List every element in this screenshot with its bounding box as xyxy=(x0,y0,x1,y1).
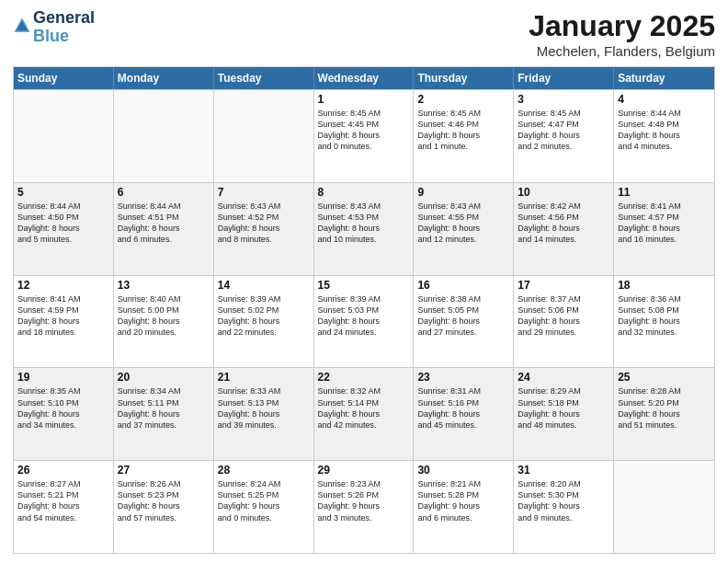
day-number: 9 xyxy=(417,186,509,199)
day-info: Sunrise: 8:41 AM Sunset: 4:59 PM Dayligh… xyxy=(17,293,109,339)
calendar-cell: 1Sunrise: 8:45 AM Sunset: 4:45 PM Daylig… xyxy=(314,90,415,182)
day-number: 20 xyxy=(118,371,210,384)
day-info: Sunrise: 8:27 AM Sunset: 5:21 PM Dayligh… xyxy=(17,478,109,523)
title-block: January 2025 Mechelen, Flanders, Belgium xyxy=(529,9,715,59)
day-info: Sunrise: 8:31 AM Sunset: 5:16 PM Dayligh… xyxy=(417,385,509,431)
calendar-cell: 31Sunrise: 8:20 AM Sunset: 5:30 PM Dayli… xyxy=(514,461,614,553)
calendar-cell: 11Sunrise: 8:41 AM Sunset: 4:57 PM Dayli… xyxy=(614,183,714,275)
calendar-cell: 17Sunrise: 8:37 AM Sunset: 5:06 PM Dayli… xyxy=(514,276,614,368)
calendar-week-2: 5Sunrise: 8:44 AM Sunset: 4:50 PM Daylig… xyxy=(14,182,714,275)
calendar-cell: 13Sunrise: 8:40 AM Sunset: 5:00 PM Dayli… xyxy=(114,276,214,368)
day-number: 25 xyxy=(618,371,711,384)
day-info: Sunrise: 8:36 AM Sunset: 5:08 PM Dayligh… xyxy=(618,293,711,339)
day-number: 4 xyxy=(618,93,711,106)
day-number: 12 xyxy=(17,279,109,292)
calendar-cell: 5Sunrise: 8:44 AM Sunset: 4:50 PM Daylig… xyxy=(14,183,114,275)
day-number: 19 xyxy=(17,371,109,384)
day-header-saturday: Saturday xyxy=(614,67,714,89)
day-info: Sunrise: 8:42 AM Sunset: 4:56 PM Dayligh… xyxy=(518,201,609,246)
day-info: Sunrise: 8:44 AM Sunset: 4:51 PM Dayligh… xyxy=(118,201,210,246)
location-subtitle: Mechelen, Flanders, Belgium xyxy=(529,43,715,59)
calendar-cell: 3Sunrise: 8:45 AM Sunset: 4:47 PM Daylig… xyxy=(514,90,614,182)
day-number: 6 xyxy=(118,186,210,199)
day-number: 26 xyxy=(17,464,109,477)
calendar-cell: 6Sunrise: 8:44 AM Sunset: 4:51 PM Daylig… xyxy=(114,183,214,275)
day-header-sunday: Sunday xyxy=(14,67,114,89)
calendar-body: 1Sunrise: 8:45 AM Sunset: 4:45 PM Daylig… xyxy=(14,89,714,553)
calendar-cell: 20Sunrise: 8:34 AM Sunset: 5:11 PM Dayli… xyxy=(114,368,214,460)
day-number: 1 xyxy=(318,93,410,106)
calendar: SundayMondayTuesdayWednesdayThursdayFrid… xyxy=(13,66,715,554)
day-info: Sunrise: 8:24 AM Sunset: 5:25 PM Dayligh… xyxy=(218,478,310,523)
calendar-cell: 27Sunrise: 8:26 AM Sunset: 5:23 PM Dayli… xyxy=(114,461,214,553)
day-info: Sunrise: 8:21 AM Sunset: 5:28 PM Dayligh… xyxy=(417,478,509,523)
logo: General Blue xyxy=(13,9,95,46)
calendar-cell: 29Sunrise: 8:23 AM Sunset: 5:26 PM Dayli… xyxy=(314,461,415,553)
calendar-cell: 23Sunrise: 8:31 AM Sunset: 5:16 PM Dayli… xyxy=(414,368,514,460)
month-title: January 2025 xyxy=(529,9,715,43)
logo-icon xyxy=(13,17,31,35)
day-number: 28 xyxy=(218,464,310,477)
day-number: 14 xyxy=(218,279,310,292)
calendar-week-4: 19Sunrise: 8:35 AM Sunset: 5:10 PM Dayli… xyxy=(14,367,714,460)
day-number: 21 xyxy=(218,371,310,384)
header: General Blue January 2025 Mechelen, Flan… xyxy=(13,9,715,59)
day-number: 16 xyxy=(417,279,509,292)
logo-line2: Blue xyxy=(33,28,95,46)
calendar-cell: 30Sunrise: 8:21 AM Sunset: 5:28 PM Dayli… xyxy=(414,461,514,553)
calendar-cell: 21Sunrise: 8:33 AM Sunset: 5:13 PM Dayli… xyxy=(214,368,314,460)
calendar-week-1: 1Sunrise: 8:45 AM Sunset: 4:45 PM Daylig… xyxy=(14,89,714,182)
day-info: Sunrise: 8:38 AM Sunset: 5:05 PM Dayligh… xyxy=(417,293,509,339)
calendar-cell: 2Sunrise: 8:45 AM Sunset: 4:46 PM Daylig… xyxy=(414,90,514,182)
calendar-cell: 28Sunrise: 8:24 AM Sunset: 5:25 PM Dayli… xyxy=(214,461,314,553)
day-number: 2 xyxy=(417,93,509,106)
calendar-cell: 12Sunrise: 8:41 AM Sunset: 4:59 PM Dayli… xyxy=(14,276,114,368)
calendar-cell xyxy=(14,90,114,182)
page-container: General Blue January 2025 Mechelen, Flan… xyxy=(0,0,728,563)
logo-line1: General xyxy=(33,9,95,28)
calendar-cell: 25Sunrise: 8:28 AM Sunset: 5:20 PM Dayli… xyxy=(614,368,714,460)
calendar-header-row: SundayMondayTuesdayWednesdayThursdayFrid… xyxy=(14,67,714,89)
day-number: 30 xyxy=(417,464,509,477)
calendar-cell: 26Sunrise: 8:27 AM Sunset: 5:21 PM Dayli… xyxy=(14,461,114,553)
calendar-cell: 9Sunrise: 8:43 AM Sunset: 4:55 PM Daylig… xyxy=(414,183,514,275)
day-info: Sunrise: 8:41 AM Sunset: 4:57 PM Dayligh… xyxy=(618,201,711,246)
calendar-cell: 10Sunrise: 8:42 AM Sunset: 4:56 PM Dayli… xyxy=(514,183,614,275)
day-header-wednesday: Wednesday xyxy=(314,67,415,89)
day-number: 11 xyxy=(618,186,711,199)
day-header-tuesday: Tuesday xyxy=(214,67,314,89)
calendar-cell: 18Sunrise: 8:36 AM Sunset: 5:08 PM Dayli… xyxy=(614,276,714,368)
calendar-week-5: 26Sunrise: 8:27 AM Sunset: 5:21 PM Dayli… xyxy=(14,460,714,553)
day-number: 5 xyxy=(17,186,109,199)
calendar-cell: 15Sunrise: 8:39 AM Sunset: 5:03 PM Dayli… xyxy=(314,276,415,368)
day-number: 13 xyxy=(118,279,210,292)
calendar-cell: 22Sunrise: 8:32 AM Sunset: 5:14 PM Dayli… xyxy=(314,368,415,460)
day-number: 17 xyxy=(518,279,609,292)
day-info: Sunrise: 8:35 AM Sunset: 5:10 PM Dayligh… xyxy=(17,385,109,431)
calendar-cell: 4Sunrise: 8:44 AM Sunset: 4:48 PM Daylig… xyxy=(614,90,714,182)
day-info: Sunrise: 8:43 AM Sunset: 4:52 PM Dayligh… xyxy=(218,201,310,246)
calendar-cell: 24Sunrise: 8:29 AM Sunset: 5:18 PM Dayli… xyxy=(514,368,614,460)
day-info: Sunrise: 8:45 AM Sunset: 4:46 PM Dayligh… xyxy=(417,108,509,153)
day-number: 10 xyxy=(518,186,609,199)
day-info: Sunrise: 8:43 AM Sunset: 4:55 PM Dayligh… xyxy=(417,201,509,246)
day-header-thursday: Thursday xyxy=(414,67,514,89)
day-info: Sunrise: 8:40 AM Sunset: 5:00 PM Dayligh… xyxy=(118,293,210,339)
day-info: Sunrise: 8:28 AM Sunset: 5:20 PM Dayligh… xyxy=(618,385,711,431)
day-header-friday: Friday xyxy=(514,67,614,89)
day-number: 8 xyxy=(318,186,410,199)
day-info: Sunrise: 8:39 AM Sunset: 5:02 PM Dayligh… xyxy=(218,293,310,339)
day-info: Sunrise: 8:39 AM Sunset: 5:03 PM Dayligh… xyxy=(318,293,410,339)
day-header-monday: Monday xyxy=(114,67,214,89)
day-info: Sunrise: 8:37 AM Sunset: 5:06 PM Dayligh… xyxy=(518,293,609,339)
day-number: 27 xyxy=(118,464,210,477)
calendar-cell xyxy=(114,90,214,182)
calendar-cell: 8Sunrise: 8:43 AM Sunset: 4:53 PM Daylig… xyxy=(314,183,415,275)
day-info: Sunrise: 8:43 AM Sunset: 4:53 PM Dayligh… xyxy=(318,201,410,246)
day-info: Sunrise: 8:44 AM Sunset: 4:48 PM Dayligh… xyxy=(618,108,711,153)
day-number: 15 xyxy=(318,279,410,292)
day-info: Sunrise: 8:34 AM Sunset: 5:11 PM Dayligh… xyxy=(118,385,210,431)
day-info: Sunrise: 8:26 AM Sunset: 5:23 PM Dayligh… xyxy=(118,478,210,523)
day-number: 31 xyxy=(518,464,609,477)
day-info: Sunrise: 8:33 AM Sunset: 5:13 PM Dayligh… xyxy=(218,385,310,431)
